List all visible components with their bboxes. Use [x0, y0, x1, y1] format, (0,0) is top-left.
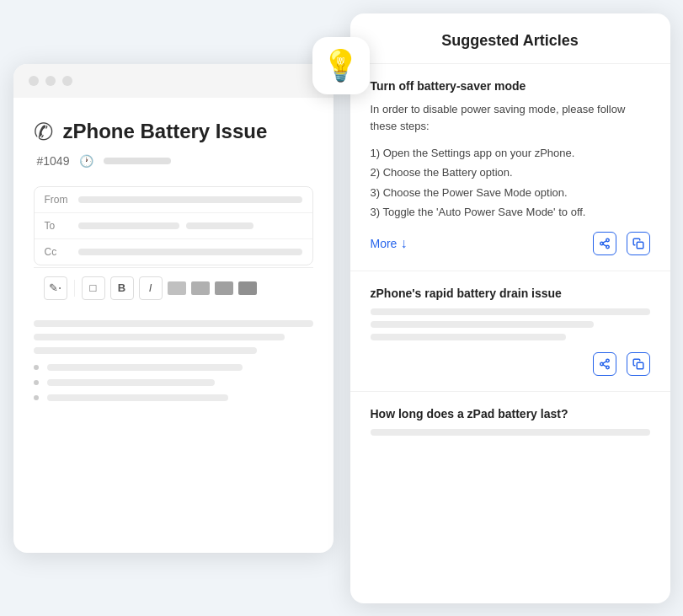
article-section-3: How long does a zPad battery last?: [350, 392, 670, 451]
article-2-bar-3: [371, 334, 566, 340]
email-body: ✆ zPhone Battery Issue #1049 🕐 From To: [13, 98, 333, 421]
color-box-4[interactable]: [238, 281, 257, 295]
article-section-1: Turn off battery-saver mode In order to …: [350, 64, 670, 272]
article-2-bar-2: [371, 321, 595, 328]
to-bar-1: [78, 222, 179, 229]
meta-bar: [104, 158, 171, 164]
window-titlebar: [13, 64, 333, 98]
window-dot-yellow: [45, 76, 56, 86]
article-1-steps: 1) Open the Settings app on your zPhone.…: [371, 143, 650, 222]
share-icon-2[interactable]: [593, 352, 616, 376]
ticket-meta: #1049 🕐: [34, 154, 313, 168]
to-field-row: To: [35, 213, 312, 239]
bullet-item-3: [34, 394, 313, 401]
more-row: More ↓: [371, 232, 650, 255]
svg-line-3: [603, 244, 606, 246]
bullet-item-1: [34, 364, 313, 371]
from-value-bar: [78, 196, 302, 203]
from-label: From: [45, 194, 70, 206]
toolbar-separator: [74, 280, 75, 297]
more-label: More: [371, 237, 398, 250]
svg-line-4: [603, 241, 606, 243]
email-fields: From To Cc: [34, 186, 313, 265]
color-box-3[interactable]: [215, 281, 233, 295]
clock-icon: 🕐: [79, 154, 93, 168]
composer-toolbar: ✎⋅ □ B I: [34, 267, 313, 308]
to-bar-2: [186, 222, 253, 229]
article-2-actions: [371, 352, 650, 376]
italic-button[interactable]: I: [139, 276, 163, 300]
bullet-bar-3: [47, 394, 229, 401]
window-dot-red: [29, 76, 39, 86]
article-2-bar-1: [371, 308, 650, 315]
cc-value-bar: [78, 249, 302, 255]
article-1-actions: [593, 232, 650, 255]
article-1-intro: In order to disable power saving mode, p…: [371, 101, 650, 135]
content-line-2: [34, 334, 285, 340]
svg-line-9: [603, 365, 606, 367]
articles-title: Suggested Articles: [371, 32, 650, 50]
content-line-3: [34, 347, 258, 354]
lightbulb-icon: 💡: [322, 48, 360, 83]
articles-header: Suggested Articles: [350, 13, 670, 64]
article-3-title[interactable]: How long does a zPad battery last?: [371, 407, 650, 420]
article-2-title[interactable]: zPhone's rapid battery drain issue: [371, 287, 650, 300]
content-line-1: [34, 320, 313, 327]
phone-icon: ✆: [34, 118, 53, 146]
ticket-title: zPhone Battery Issue: [63, 120, 268, 143]
copy-icon-2[interactable]: [627, 352, 650, 376]
bold-button[interactable]: B: [110, 276, 134, 300]
share-icon-1[interactable]: [593, 232, 616, 255]
svg-rect-5: [637, 243, 643, 249]
cc-field-row: Cc: [35, 239, 312, 265]
email-content-lines: [34, 320, 313, 354]
scene: ✆ zPhone Battery Issue #1049 🕐 From To: [13, 13, 670, 603]
article-3-bars: [371, 429, 650, 436]
more-arrow-icon: ↓: [400, 236, 407, 251]
article-section-2: zPhone's rapid battery drain issue: [350, 271, 670, 392]
window-dot-green: [62, 76, 72, 86]
svg-rect-11: [637, 363, 643, 370]
bullet-list: [34, 364, 313, 401]
color-box-1[interactable]: [168, 281, 186, 295]
bullet-dot-3: [34, 395, 39, 400]
email-card: ✆ zPhone Battery Issue #1049 🕐 From To: [13, 64, 333, 553]
bullet-bar-2: [47, 379, 215, 386]
insert-icon[interactable]: □: [82, 276, 105, 300]
magic-tool-icon[interactable]: ✎⋅: [44, 276, 67, 300]
color-box-2[interactable]: [191, 281, 210, 295]
from-field-row: From: [35, 187, 312, 213]
bullet-dot-2: [34, 380, 39, 385]
article-1-title[interactable]: Turn off battery-saver mode: [371, 79, 650, 93]
more-link[interactable]: More ↓: [371, 236, 408, 251]
ticket-title-row: ✆ zPhone Battery Issue: [34, 118, 313, 146]
bullet-dot-1: [34, 365, 39, 370]
bullet-item-2: [34, 379, 313, 386]
copy-icon-1[interactable]: [627, 232, 650, 255]
articles-card: Suggested Articles Turn off battery-save…: [350, 13, 670, 603]
article-3-bar-1: [371, 429, 650, 436]
ticket-id: #1049: [37, 154, 70, 168]
cc-label: Cc: [45, 246, 70, 258]
lightbulb-bubble: 💡: [312, 37, 370, 94]
article-2-bars: [371, 308, 650, 340]
to-label: To: [45, 220, 70, 232]
bullet-bar-1: [47, 364, 243, 371]
svg-line-10: [603, 362, 606, 363]
to-value-bars: [78, 222, 302, 229]
